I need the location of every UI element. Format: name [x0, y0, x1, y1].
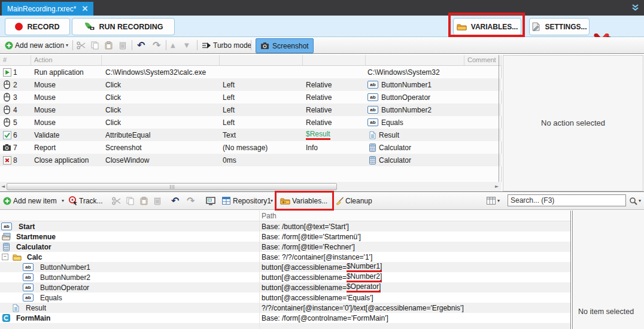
- item-name: ButtonNumber1: [40, 263, 90, 272]
- redo-icon[interactable]: ↷: [187, 192, 195, 209]
- move-down-icon[interactable]: ▼: [184, 37, 189, 53]
- track-icon[interactable]: [68, 192, 78, 209]
- no-item-selected-text: No item selected: [578, 307, 634, 316]
- repo-tree-item[interactable]: abButtonOperatorbutton[@accessiblename=$…: [0, 282, 570, 293]
- repository-selector[interactable]: Repository1: [233, 192, 271, 209]
- chevron-down-icon[interactable]: ▾: [62, 192, 64, 209]
- variables-folder-icon: [457, 23, 467, 31]
- paste-icon[interactable]: [105, 37, 113, 53]
- chevron-down-icon[interactable]: ▾: [271, 192, 273, 209]
- column-header: #: [0, 55, 31, 65]
- table-cell: 7: [0, 141, 31, 154]
- ab-text-icon: ab: [23, 294, 34, 301]
- repository-grid-icon[interactable]: [222, 192, 230, 209]
- table-cell: [220, 66, 303, 78]
- settings-button[interactable]: SETTINGS...: [529, 18, 590, 35]
- variables-folder-icon[interactable]: [280, 192, 290, 209]
- table-cell: Validate: [31, 129, 102, 141]
- cut-icon[interactable]: [112, 192, 121, 209]
- cleanup-broom-icon[interactable]: [335, 192, 344, 209]
- no-action-selected-text: No action selected: [503, 118, 643, 127]
- undo-icon[interactable]: ↶: [171, 192, 179, 209]
- spy-screen-icon[interactable]: [206, 192, 215, 209]
- table-cell: Mouse: [31, 103, 102, 116]
- turbo-mode-icon[interactable]: [202, 37, 211, 53]
- add-new-item-button[interactable]: Add new item: [13, 192, 57, 209]
- scroll-left-icon[interactable]: ◄: [1, 184, 5, 189]
- tree-item-cell: Calculator: [0, 242, 51, 252]
- action-name: Mouse: [34, 106, 56, 114]
- add-item-plus-icon[interactable]: [3, 192, 11, 209]
- mouse-icon: [2, 105, 12, 114]
- repo-tree-item[interactable]: FormMainBase: /form[@controlname='FormMa…: [0, 313, 570, 323]
- repo-tree-item[interactable]: Result?/?/container[@instance='0']/text[…: [0, 303, 570, 313]
- variables-button[interactable]: VARIABLES...: [453, 18, 521, 35]
- columns-icon[interactable]: [487, 192, 496, 209]
- target-name: ButtonNumber2: [381, 106, 432, 114]
- copy-icon[interactable]: [91, 37, 99, 53]
- table-cell: Report: [31, 141, 102, 154]
- table-cell: Relative: [303, 91, 366, 103]
- search-input[interactable]: [508, 194, 626, 206]
- add-new-action-button[interactable]: Add new action: [15, 37, 64, 53]
- chevron-down-icon[interactable]: ▾: [497, 192, 500, 209]
- chevron-down-icon[interactable]: ▾: [639, 192, 641, 209]
- action-name: Close application: [34, 156, 89, 164]
- collapse-chevron-icon[interactable]: [631, 4, 639, 11]
- move-up-icon[interactable]: ▲: [171, 37, 175, 53]
- repo-tree-item[interactable]: StartmenueBase: /form[@title='Startmenü'…: [0, 231, 570, 242]
- scroll-right-icon[interactable]: ►: [495, 184, 499, 189]
- turbo-mode-toggle[interactable]: Turbo mode: [213, 37, 251, 53]
- add-action-plus-icon[interactable]: [5, 37, 13, 53]
- delete-icon[interactable]: [119, 37, 126, 53]
- target-name: ButtonNumber1: [381, 81, 432, 89]
- table-cell: 2: [0, 78, 31, 91]
- repo-tree-item[interactable]: abButtonNumber1button[@accessiblename=$N…: [0, 262, 570, 272]
- empty-row: [0, 323, 570, 329]
- item-path: Base: /form[@title='Startmenü']: [262, 231, 361, 242]
- table-cell: 4: [0, 103, 31, 116]
- table-row[interactable]: 3MouseClickLeftRelativeabButtonOperator: [0, 91, 502, 103]
- table-row[interactable]: 2MouseClickLeftRelativeabButtonNumber1: [0, 78, 502, 91]
- repo-tree-item[interactable]: abButtonNumber2button[@accessiblename=$N…: [0, 272, 570, 282]
- repository-header-row: Path: [0, 211, 570, 221]
- record-button[interactable]: RECORD: [5, 18, 70, 35]
- run-recording-button[interactable]: RUN RECORDING: [72, 18, 175, 35]
- repo-tree-item[interactable]: abEqualsbutton[@accessiblename='Equals']: [0, 293, 570, 303]
- check-icon: [2, 131, 12, 139]
- cut-icon[interactable]: [77, 37, 86, 53]
- chevron-down-icon[interactable]: ▾: [66, 37, 68, 53]
- tree-expander-icon[interactable]: −: [2, 254, 8, 260]
- copy-icon[interactable]: [126, 192, 134, 209]
- variables-button-bottom[interactable]: Variables...: [292, 192, 327, 209]
- horizontal-scrollbar[interactable]: ◄ ►: [0, 182, 502, 191]
- search-icon[interactable]: [629, 192, 637, 209]
- item-name: ButtonNumber2: [40, 273, 90, 282]
- table-row[interactable]: 1Run applicationC:\Windows\System32\calc…: [0, 66, 502, 78]
- redo-icon[interactable]: ↷: [153, 37, 160, 53]
- repo-tree-item[interactable]: CalculatorBase: /form[@title='Rechner']: [0, 242, 570, 252]
- item-name: FormMain: [16, 314, 50, 322]
- repo-tree-item[interactable]: −CalcBase: ?/?/container[@instance='1']: [0, 252, 570, 262]
- tab-main-recording[interactable]: MainRecording.rxrec* ✕: [2, 2, 93, 16]
- action-name: Report: [34, 144, 56, 152]
- item-name: Calc: [27, 253, 42, 261]
- action-name: Validate: [34, 131, 59, 139]
- scrollbar-thumb[interactable]: [7, 183, 337, 190]
- table-row[interactable]: 5MouseClickLeftRelativeabEquals: [0, 116, 502, 129]
- undo-icon[interactable]: ↶: [137, 37, 145, 53]
- table-row[interactable]: 7ReportScreenshot(No message)InfoCalcula…: [0, 141, 502, 154]
- table-row[interactable]: 6ValidateAttributeEqualText$ResultResult: [0, 129, 502, 141]
- delete-icon[interactable]: [154, 192, 161, 209]
- ab-text-icon: ab: [23, 284, 34, 291]
- table-cell: Click: [102, 78, 220, 91]
- tab-close-icon[interactable]: ✕: [81, 4, 88, 13]
- row-number: 7: [13, 144, 17, 152]
- track-button[interactable]: Track...: [79, 192, 103, 209]
- cleanup-button[interactable]: Cleanup: [345, 192, 372, 209]
- table-row[interactable]: 4MouseClickLeftRelativeabButtonNumber2: [0, 103, 502, 116]
- screenshot-toggle[interactable]: Screenshot: [256, 38, 314, 53]
- paste-icon[interactable]: [140, 192, 148, 209]
- repo-tree-item[interactable]: abStartBase: /button[@text='Start']: [0, 221, 570, 231]
- table-row[interactable]: 8Close applicationCloseWindow0msCalculat…: [0, 154, 502, 166]
